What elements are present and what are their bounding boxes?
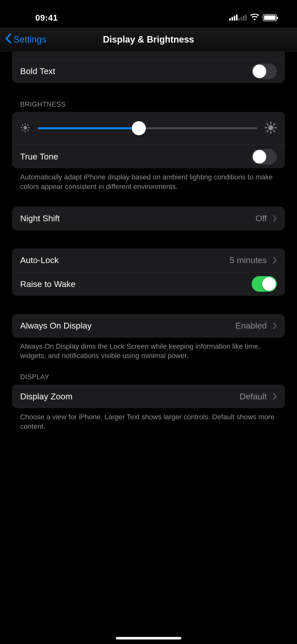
row-label: Display Zoom [20, 392, 240, 401]
svg-line-6 [28, 130, 28, 131]
chevron-left-icon [5, 34, 12, 46]
always-on-group: Always On Display Enabled [12, 314, 285, 338]
status-bar: 09:41 [0, 0, 297, 28]
row-night-shift[interactable]: Night Shift Off [12, 207, 285, 230]
back-label: Settings [14, 34, 46, 45]
svg-point-0 [23, 126, 27, 129]
night-shift-group: Night Shift Off [12, 207, 285, 230]
chevron-right-icon [273, 393, 277, 400]
svg-line-7 [22, 130, 23, 131]
row-label: Always On Display [20, 321, 235, 331]
text-group: Bold Text [12, 52, 285, 83]
row-brightness-slider[interactable] [12, 112, 285, 145]
footer-display-zoom: Choose a view for iPhone. Larger Text sh… [12, 408, 285, 431]
row-value: 5 minutes [230, 255, 267, 265]
lock-group: Auto-Lock 5 minutes Raise to Wake [12, 248, 285, 296]
wifi-icon [250, 14, 259, 22]
svg-line-5 [22, 125, 23, 125]
row-raise-to-wake[interactable]: Raise to Wake [12, 272, 285, 296]
header-display: DISPLAY [12, 373, 285, 381]
status-icons [229, 14, 277, 22]
row-bold-text[interactable]: Bold Text [12, 59, 285, 83]
cellular-icon [229, 15, 247, 21]
row-auto-lock[interactable]: Auto-Lock 5 minutes [12, 248, 285, 272]
nav-bar: Settings Display & Brightness [0, 28, 297, 52]
brightness-slider[interactable] [38, 127, 257, 129]
svg-point-9 [268, 125, 273, 130]
row-true-tone[interactable]: True Tone [12, 145, 285, 168]
row-value: Enabled [235, 321, 267, 331]
chevron-right-icon [273, 322, 277, 329]
row-value: Default [240, 392, 267, 401]
chevron-right-icon [273, 215, 277, 222]
row-label: Raise to Wake [20, 279, 252, 289]
sun-high-icon [265, 122, 277, 135]
row-label: Auto-Lock [20, 255, 230, 265]
back-button[interactable]: Settings [5, 34, 46, 46]
toggle-raise-to-wake[interactable] [252, 276, 277, 292]
toggle-bold-text[interactable] [252, 63, 277, 79]
footer-always-on: Always On Display dims the Lock Screen w… [12, 338, 285, 361]
svg-line-14 [267, 124, 268, 125]
footer-true-tone: Automatically adapt iPhone display based… [12, 168, 285, 191]
display-group: Display Zoom Default [12, 384, 285, 408]
row-label: True Tone [20, 152, 252, 162]
svg-line-8 [28, 125, 28, 125]
svg-line-17 [274, 124, 275, 125]
svg-line-16 [267, 131, 268, 132]
row-value: Off [255, 213, 267, 223]
row-label: Night Shift [20, 213, 255, 223]
row-display-zoom[interactable]: Display Zoom Default [12, 384, 285, 408]
header-brightness: BRIGHTNESS [12, 101, 285, 108]
brightness-group: True Tone [12, 112, 285, 168]
status-time: 09:41 [35, 13, 58, 23]
home-indicator[interactable] [116, 637, 181, 639]
sun-low-icon [20, 123, 30, 134]
chevron-right-icon [273, 257, 277, 264]
svg-line-15 [274, 131, 275, 132]
row-label: Bold Text [20, 66, 252, 76]
page-title: Display & Brightness [103, 34, 194, 45]
battery-icon [263, 14, 277, 21]
row-always-on[interactable]: Always On Display Enabled [12, 314, 285, 338]
toggle-true-tone[interactable] [252, 149, 277, 165]
